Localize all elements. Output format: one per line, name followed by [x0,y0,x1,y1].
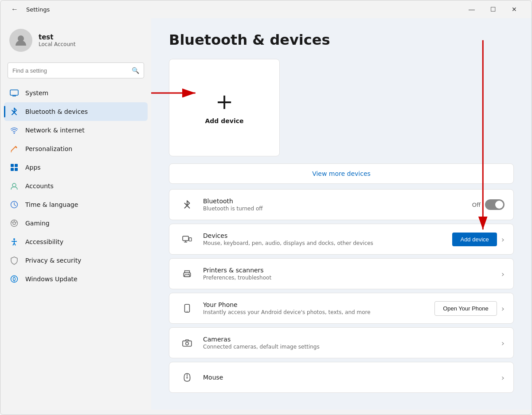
cameras-icon [178,334,196,352]
settings-row-bluetooth[interactable]: BluetoothBluetooth is turned offOff [169,189,514,220]
svg-rect-8 [15,168,18,171]
sidebar-item-label-accounts: Accounts [25,182,54,190]
system-icon [9,88,19,98]
svg-rect-1 [10,90,18,95]
settings-row-mouse[interactable]: Mouse› [169,362,514,393]
sidebar-item-gaming[interactable]: Gaming [4,214,148,233]
back-button[interactable]: ← [8,2,22,16]
sidebar-item-update[interactable]: Windows Update [4,270,148,288]
bluetooth-toggle[interactable] [485,199,505,210]
personalization-icon [9,144,19,154]
bluetooth-icon [178,196,196,213]
user-account-type: Local Account [39,41,75,47]
printers-icon [178,265,196,283]
sidebar-item-network[interactable]: Network & internet [4,121,148,140]
settings-window: ← Settings — ☐ ✕ test Local Account [0,0,532,415]
nav-items: SystemBluetooth & devicesNetwork & inter… [0,84,151,288]
sidebar-item-time[interactable]: Time & language [4,195,148,214]
add-device-card[interactable]: + Add device [169,59,280,156]
svg-rect-2 [12,96,16,97]
sidebar-item-label-gaming: Gaming [25,220,50,227]
search-icon: 🔍 [132,67,139,74]
printers-text: Printers & scannersPreferences, troubles… [203,267,494,281]
bluetooth-text: BluetoothBluetooth is turned off [203,198,465,212]
devices-action-btn[interactable]: Add device [452,233,497,246]
content-area: test Local Account 🔍 SystemBluetooth & d… [0,18,532,415]
title-bar-left: ← Settings [8,2,50,16]
user-profile: test Local Account [0,18,151,61]
cameras-text: CamerasConnected cameras, default image … [203,336,494,350]
mouse-actions: › [501,373,505,382]
title-bar: ← Settings — ☐ ✕ [0,0,532,18]
printers-title: Printers & scanners [203,267,494,274]
devices-actions: Add device› [452,233,505,246]
svg-point-32 [187,311,188,312]
svg-line-4 [11,146,16,151]
sidebar-item-personalization[interactable]: Personalization [4,140,148,158]
cameras-title: Cameras [203,336,494,343]
svg-line-15 [12,222,13,223]
devices-title: Devices [203,232,445,239]
time-icon [9,200,19,209]
svg-point-36 [186,377,188,378]
devices-chevron-icon: › [501,235,505,244]
gaming-icon [9,218,19,228]
apps-icon [9,163,19,172]
minimize-button[interactable]: — [462,2,482,16]
accounts-icon [9,181,19,191]
svg-point-14 [13,222,16,225]
window-controls: — ☐ ✕ [462,2,524,16]
bluetooth-title: Bluetooth [203,198,465,205]
phone-action-btn[interactable]: Open Your Phone [434,301,497,316]
cameras-subtitle: Connected cameras, default image setting… [203,344,494,350]
svg-rect-25 [189,238,192,241]
search-input[interactable] [12,67,132,74]
avatar [9,29,32,52]
sidebar-item-accounts[interactable]: Accounts [4,177,148,195]
sidebar-item-accessibility[interactable]: Accessibility [4,233,148,251]
sidebar-item-label-apps: Apps [25,164,41,171]
view-more-devices[interactable]: View more devices [169,163,514,184]
page-title: Bluetooth & devices [169,31,514,48]
svg-point-18 [13,238,15,240]
add-device-label: Add device [205,117,244,124]
phone-text: Your PhoneInstantly access your Android … [203,301,427,315]
bluetooth-actions: Off [472,199,505,210]
settings-row-printers[interactable]: Printers & scannersPreferences, troubles… [169,258,514,289]
printers-chevron-icon: › [501,269,505,279]
settings-rows: BluetoothBluetooth is turned offOffDevic… [169,189,514,393]
svg-rect-33 [183,341,192,346]
svg-line-16 [16,222,17,223]
sidebar-item-privacy[interactable]: Privacy & security [4,251,148,270]
mouse-title: Mouse [203,374,494,381]
maximize-button[interactable]: ☐ [483,2,503,16]
settings-row-phone[interactable]: Your PhoneInstantly access your Android … [169,293,514,324]
sidebar-item-apps[interactable]: Apps [4,158,148,177]
cameras-actions: › [501,338,505,348]
svg-line-12 [14,205,16,206]
sidebar-item-system[interactable]: System [4,84,148,102]
devices-icon [178,230,196,248]
update-icon [9,274,19,284]
settings-row-devices[interactable]: DevicesMouse, keyboard, pen, audio, disp… [169,224,514,255]
svg-line-22 [14,243,16,245]
accessibility-icon [9,237,19,247]
sidebar-item-label-bluetooth: Bluetooth & devices [25,108,88,115]
phone-subtitle: Instantly access your Android device's p… [203,309,427,315]
sidebar: test Local Account 🔍 SystemBluetooth & d… [0,18,151,415]
bluetooth-icon [9,107,19,116]
settings-row-cameras[interactable]: CamerasConnected cameras, default image … [169,327,514,358]
mouse-text: Mouse [203,374,494,381]
close-button[interactable]: ✕ [504,2,524,16]
search-box[interactable]: 🔍 [8,62,144,78]
sidebar-item-label-update: Windows Update [25,275,78,283]
svg-rect-24 [183,236,188,240]
svg-point-30 [188,274,189,275]
sidebar-item-bluetooth[interactable]: Bluetooth & devices [4,102,148,121]
add-device-icon: + [215,91,233,112]
printers-actions: › [501,269,505,279]
network-icon [9,125,19,135]
phone-chevron-icon: › [501,304,505,313]
main-content: Bluetooth & devices + Add device View mo… [151,18,532,410]
sidebar-item-label-time: Time & language [25,201,78,208]
